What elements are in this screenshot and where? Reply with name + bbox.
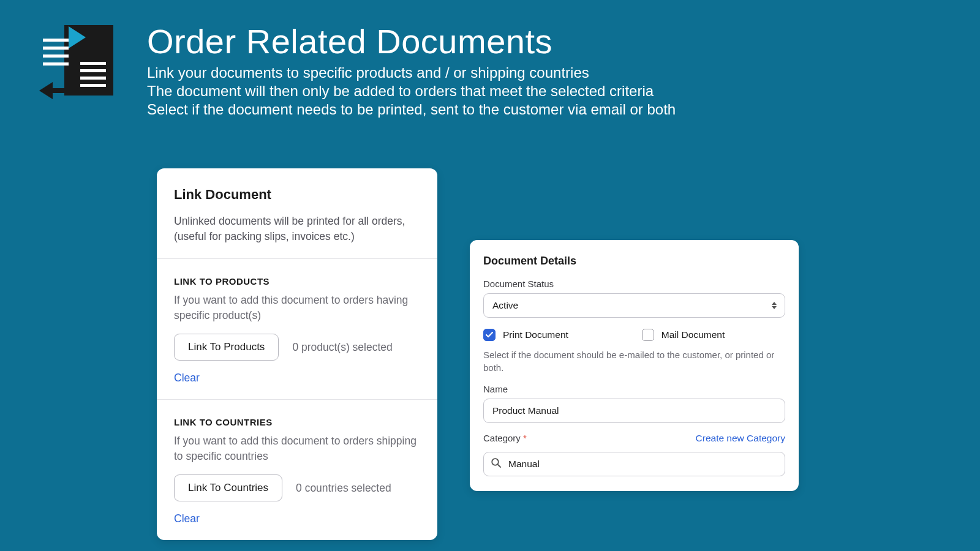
link-countries-description: If you want to add this document to orde… [174, 433, 420, 463]
print-checkbox[interactable] [483, 329, 496, 341]
link-document-title: Link Document [174, 187, 420, 203]
print-label: Print Document [503, 329, 568, 340]
link-to-products-button[interactable]: Link To Products [174, 334, 279, 361]
category-label: Category* [483, 433, 527, 443]
clear-products-link[interactable]: Clear [174, 372, 200, 384]
create-category-link[interactable]: Create new Category [696, 433, 785, 444]
document-details-panel: Document Details Document Status Active … [470, 240, 799, 491]
delivery-help-text: Select if the document should be e-maile… [483, 348, 785, 374]
page-subtitle-3: Select if the document needs to be print… [147, 100, 676, 119]
link-products-description: If you want to add this document to orde… [174, 293, 420, 323]
search-icon [491, 457, 502, 471]
page-subtitle-1: Link your documents to specific products… [147, 64, 676, 82]
clear-countries-link[interactable]: Clear [174, 512, 200, 525]
status-label: Document Status [483, 279, 785, 289]
link-to-countries-button[interactable]: Link To Countries [174, 474, 282, 501]
mail-document-option[interactable]: Mail Document [642, 329, 725, 341]
svg-line-1 [498, 465, 501, 468]
link-document-panel: Link Document Unlinked documents will be… [157, 168, 437, 540]
arrow-right-icon [69, 26, 86, 48]
mail-checkbox[interactable] [642, 329, 654, 341]
link-countries-heading: LINK TO COUNTRIES [174, 417, 420, 427]
link-products-heading: LINK TO PRODUCTS [174, 276, 420, 287]
category-input[interactable] [483, 452, 785, 476]
status-select[interactable]: Active [483, 293, 785, 318]
link-document-description: Unlinked documents will be printed for a… [174, 214, 420, 244]
arrow-left-icon [39, 82, 53, 99]
check-icon [486, 332, 493, 338]
mail-label: Mail Document [662, 329, 725, 340]
products-selected-count: 0 product(s) selected [292, 341, 392, 354]
document-details-title: Document Details [483, 255, 785, 268]
page-title: Order Related Documents [147, 21, 676, 61]
name-label: Name [483, 384, 785, 394]
page-subtitle-2: The document will then only be added to … [147, 82, 676, 100]
print-document-option[interactable]: Print Document [483, 329, 568, 341]
name-input[interactable] [483, 399, 785, 423]
app-logo [43, 25, 113, 96]
countries-selected-count: 0 countries selected [296, 482, 391, 495]
